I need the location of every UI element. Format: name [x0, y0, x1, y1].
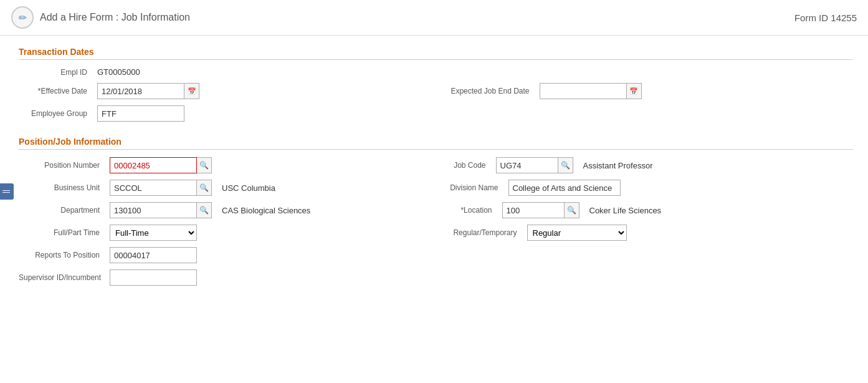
page-header: ✏ Add a Hire Form : Job Information Form… [0, 0, 868, 36]
position-number-input[interactable] [110, 157, 197, 173]
location-field-group: 🔍 [502, 202, 579, 218]
fullpart-regtemp-row: Full/Part Time Full-Time Part-Time Regul… [19, 225, 853, 247]
transaction-dates-section: Transaction Dates Empl ID GT0005000 *Eff… [19, 42, 853, 122]
job-code-row: Job Code 🔍 Assistant Professor [436, 157, 854, 173]
sidebar-tab[interactable]: || [0, 183, 14, 200]
employee-group-label: Employee Group [19, 109, 87, 118]
dept-location-row: Department 🔍 CAS Biological Sciences *Lo… [19, 202, 853, 225]
job-code-col: Job Code 🔍 Assistant Professor [436, 157, 854, 180]
expected-job-end-calendar-button[interactable]: 📅 [627, 83, 642, 99]
effective-date-calendar-button[interactable]: 📅 [184, 83, 199, 99]
full-part-time-label: Full/Part Time [19, 228, 100, 237]
department-label: Department [19, 206, 100, 215]
main-content: Transaction Dates Empl ID GT0005000 *Eff… [0, 36, 868, 302]
department-field-group: 🔍 [110, 202, 212, 218]
department-input[interactable] [110, 202, 197, 218]
division-name-row: Division Name [436, 180, 854, 196]
division-name-input[interactable] [508, 180, 621, 196]
effective-date-row: *Effective Date 📅 [19, 83, 436, 99]
supervisor-id-row: Supervisor ID/Incumbent [19, 269, 853, 286]
business-unit-desc: USC Columbia [222, 183, 275, 193]
job-code-label: Job Code [436, 161, 486, 170]
location-label: *Location [436, 206, 492, 215]
position-number-search-button[interactable]: 🔍 [197, 157, 212, 173]
division-name-label: Division Name [436, 183, 498, 192]
page-title: Add a Hire Form : Job Information [40, 12, 190, 23]
reports-to-label: Reports To Position [19, 251, 100, 259]
position-job-section: Position/Job Information Position Number… [19, 132, 853, 286]
reports-to-row: Reports To Position [19, 247, 853, 263]
job-code-desc: Assistant Professor [583, 161, 653, 170]
location-search-button[interactable]: 🔍 [565, 202, 579, 218]
full-part-time-select[interactable]: Full-Time Part-Time [110, 225, 197, 241]
division-name-col: Division Name [436, 180, 854, 202]
business-unit-row: Business Unit 🔍 USC Columbia [19, 180, 436, 196]
transaction-dates-title: Transaction Dates [19, 42, 853, 60]
empl-id-label: Empl ID [19, 68, 87, 77]
dates-row: *Effective Date 📅 Expected Job End Date … [19, 83, 853, 105]
regular-temporary-col: Regular/Temporary Regular Temporary [436, 225, 854, 247]
department-desc: CAS Biological Sciences [222, 206, 310, 215]
supervisor-id-label: Supervisor ID/Incumbent [19, 273, 100, 282]
position-number-row: Position Number 🔍 [19, 157, 436, 173]
empl-id-value: GT0005000 [97, 67, 140, 77]
header-left: ✏ Add a Hire Form : Job Information [11, 6, 190, 29]
department-search-button[interactable]: 🔍 [197, 202, 212, 218]
position-job-title: Position/Job Information [19, 132, 853, 150]
empl-id-row: Empl ID GT0005000 [19, 67, 853, 77]
position-number-col: Position Number 🔍 [19, 157, 436, 180]
position-number-field-group: 🔍 [110, 157, 212, 173]
form-id: Form ID 14255 [794, 12, 857, 23]
regular-temporary-label: Regular/Temporary [436, 228, 517, 237]
full-part-time-row: Full/Part Time Full-Time Part-Time [19, 225, 436, 241]
business-unit-field-group: 🔍 [110, 180, 212, 196]
position-number-label: Position Number [19, 161, 100, 170]
employee-group-input[interactable] [97, 105, 184, 122]
effective-date-field-group: 📅 [97, 83, 199, 99]
effective-date-input[interactable] [97, 83, 184, 99]
business-unit-input[interactable] [110, 180, 197, 196]
effective-date-col: *Effective Date 📅 [19, 83, 436, 105]
location-row: *Location 🔍 Coker Life Sciences [436, 202, 854, 218]
effective-date-label: *Effective Date [19, 87, 87, 95]
location-col: *Location 🔍 Coker Life Sciences [436, 202, 854, 225]
regular-temporary-row: Regular/Temporary Regular Temporary [436, 225, 854, 241]
employee-group-row: Employee Group [19, 105, 853, 122]
expected-job-end-col: Expected Job End Date 📅 [436, 83, 854, 105]
job-code-input[interactable] [496, 157, 558, 173]
department-col: Department 🔍 CAS Biological Sciences [19, 202, 436, 225]
bizunit-divname-row: Business Unit 🔍 USC Columbia Division Na… [19, 180, 853, 202]
expected-job-end-field-group: 📅 [540, 83, 642, 99]
edit-icon: ✏ [11, 6, 34, 29]
sidebar-tab-label: || [2, 190, 11, 193]
reports-to-input[interactable] [110, 247, 197, 263]
expected-job-end-input[interactable] [540, 83, 627, 99]
pos-jobcode-row: Position Number 🔍 Job Code 🔍 Assistant P… [19, 157, 853, 180]
job-code-search-button[interactable]: 🔍 [558, 157, 573, 173]
job-code-field-group: 🔍 [496, 157, 573, 173]
business-unit-label: Business Unit [19, 183, 100, 192]
full-part-time-col: Full/Part Time Full-Time Part-Time [19, 225, 436, 247]
supervisor-id-input[interactable] [110, 269, 197, 286]
location-input[interactable] [502, 202, 565, 218]
business-unit-search-button[interactable]: 🔍 [197, 180, 212, 196]
department-row: Department 🔍 CAS Biological Sciences [19, 202, 436, 218]
regular-temporary-select[interactable]: Regular Temporary [527, 225, 627, 241]
location-desc: Coker Life Sciences [589, 206, 662, 215]
business-unit-col: Business Unit 🔍 USC Columbia [19, 180, 436, 202]
expected-job-end-row: Expected Job End Date 📅 [436, 83, 854, 99]
expected-job-end-label: Expected Job End Date [436, 87, 530, 95]
